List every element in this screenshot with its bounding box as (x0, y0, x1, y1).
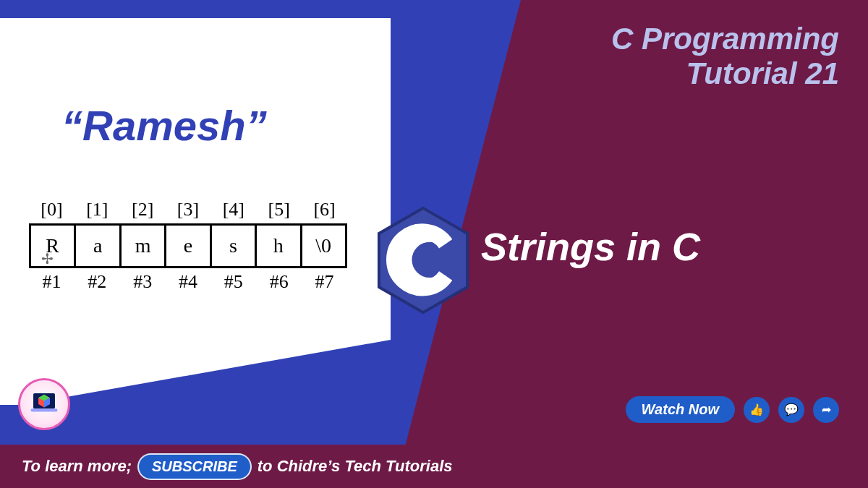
array-cell: e (166, 226, 211, 266)
array-position: #5 (210, 268, 256, 293)
array-position: #7 (302, 268, 347, 293)
array-char: m (135, 234, 151, 257)
svg-rect-3 (435, 244, 464, 275)
share-button[interactable]: ➦ (813, 397, 839, 423)
array-cell: \0 (302, 226, 345, 266)
array-index: [2] (120, 199, 166, 223)
array-cell: h (257, 226, 302, 266)
array-cell: s (212, 226, 257, 266)
string-array-diagram: [0] [1] [2] [3] [4] [5] [6] R ✢ a m e s … (29, 199, 347, 293)
svg-rect-6 (31, 408, 58, 411)
comment-button[interactable]: 💬 (778, 397, 804, 423)
example-string: “Ramesh” (61, 101, 267, 150)
footer-bar: To learn more; SUBSCRIBE to Chidre’s Tec… (0, 445, 868, 488)
action-row: Watch Now 👍 💬 ➦ (626, 396, 839, 423)
footer-prefix: To learn more; (22, 457, 132, 476)
array-index: [0] (29, 199, 75, 223)
c-language-hex-logo: C (376, 206, 470, 314)
array-index: [6] (302, 199, 347, 223)
array-char: \0 (315, 234, 331, 257)
array-char: e (184, 234, 192, 257)
thumbs-up-icon: 👍 (749, 403, 764, 416)
cursor-cross-icon: ✢ (41, 250, 54, 267)
array-char: a (93, 234, 102, 257)
topic-title: Strings in C (481, 224, 700, 269)
speech-bubble-icon: 💬 (784, 403, 799, 416)
like-button[interactable]: 👍 (744, 397, 770, 423)
array-char: h (273, 234, 284, 257)
array-index: [3] (166, 199, 211, 223)
array-indices-row: [0] [1] [2] [3] [4] [5] [6] (29, 199, 347, 223)
watch-now-button[interactable]: Watch Now (626, 396, 735, 423)
array-cell: m (122, 226, 166, 266)
laptop-cube-icon (28, 388, 60, 420)
array-cell: R ✢ (31, 226, 76, 266)
array-cells-row: R ✢ a m e s h \0 (29, 223, 347, 268)
array-position: #3 (120, 268, 166, 293)
heading-line1: C Programming (611, 22, 839, 56)
array-index: [5] (256, 199, 302, 223)
array-position: #4 (166, 268, 211, 293)
channel-logo (18, 378, 70, 430)
footer-suffix: to Chidre’s Tech Tutorials (258, 457, 453, 476)
heading-line2: Tutorial 21 (611, 56, 839, 91)
array-positions-row: #1 #2 #3 #4 #5 #6 #7 (29, 268, 347, 293)
subscribe-button[interactable]: SUBSCRIBE (137, 453, 252, 480)
array-position: #6 (256, 268, 302, 293)
share-arrow-icon: ➦ (822, 403, 831, 416)
array-index: [4] (210, 199, 256, 223)
array-position: #2 (75, 268, 120, 293)
array-char: s (229, 234, 237, 257)
array-position: #1 (29, 268, 75, 293)
array-index: [1] (75, 199, 120, 223)
array-cell: a (76, 226, 121, 266)
series-heading: C Programming Tutorial 21 (611, 22, 839, 92)
